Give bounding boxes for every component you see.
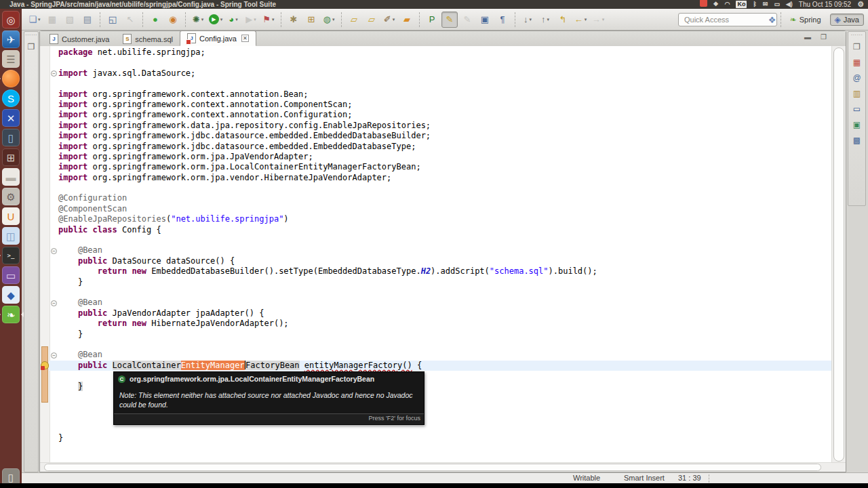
dropdown-arrow-icon[interactable]: ▾ xyxy=(220,17,223,22)
run-button[interactable]: ▶▾ xyxy=(208,12,224,28)
remote-app-icon[interactable]: ✕ xyxy=(2,109,20,127)
forward-button[interactable]: →▾ xyxy=(590,12,606,28)
terminal-purple-icon[interactable]: ▭ xyxy=(2,266,20,284)
clock[interactable]: Thu Oct 15 09:52 xyxy=(799,1,851,8)
tray-applet-icon[interactable]: ❖ xyxy=(713,0,719,9)
system-settings-icon[interactable]: ⚙ xyxy=(2,188,20,205)
perspective-spring[interactable]: ❧ Spring xyxy=(785,14,826,26)
volume-icon[interactable]: ◀) xyxy=(786,0,793,9)
dropdown-arrow-icon[interactable]: ▾ xyxy=(235,17,238,22)
mark-occurrences-button[interactable]: P xyxy=(424,12,440,28)
dropdown-arrow-icon[interactable]: ▾ xyxy=(201,17,204,22)
terminal-icon[interactable]: >_ xyxy=(2,247,20,264)
debug-button[interactable]: ✺▾ xyxy=(190,12,206,28)
new-package-button[interactable]: ⊞ xyxy=(303,12,319,28)
coverage-button[interactable]: ◕▾ xyxy=(225,12,241,28)
perspective-java[interactable]: ◈ Java xyxy=(830,14,864,26)
spring-tool-suite-icon[interactable]: ❧ xyxy=(2,306,20,323)
format-button[interactable]: ✎ xyxy=(459,12,475,28)
open-task-button[interactable]: ◱ xyxy=(104,12,121,28)
vertical-scrollbar-thumb[interactable] xyxy=(833,47,844,462)
declaration-view-icon[interactable]: ▥ xyxy=(851,87,863,100)
bluetooth-icon[interactable]: ᛒ xyxy=(753,0,756,9)
save-button[interactable]: ▦ xyxy=(44,12,60,28)
thunderbird-icon[interactable]: ✈ xyxy=(2,30,20,48)
print-button[interactable]: ▤ xyxy=(79,12,96,28)
open-type-icon: ▱ xyxy=(351,15,357,24)
tray-notification-indicator[interactable] xyxy=(700,0,707,9)
dropdown-arrow-icon[interactable]: ▾ xyxy=(272,17,275,22)
previous-annotation-button[interactable]: ↑▾ xyxy=(537,12,553,28)
keyboard-layout-indicator[interactable]: Ko xyxy=(736,1,747,8)
fold-collapse-icon[interactable]: − xyxy=(51,70,57,77)
dropdown-arrow-icon[interactable]: ▾ xyxy=(529,17,532,22)
javadoc-view-icon[interactable]: @ xyxy=(851,72,863,84)
restore-view-icon[interactable]: ❐ xyxy=(25,41,37,53)
close-tab-icon[interactable]: ✕ xyxy=(241,35,249,42)
back-button[interactable]: ←▾ xyxy=(572,12,589,28)
external-tools-button[interactable]: ⚑▾ xyxy=(260,12,277,28)
boot-dashboard-button[interactable]: ● xyxy=(147,12,163,28)
snippets-view-icon[interactable]: ▩ xyxy=(851,134,863,146)
open-perspective-button[interactable]: ❖ xyxy=(764,12,781,28)
tab-schema-sql[interactable]: Sschema.sql xyxy=(116,32,180,46)
session-gear-icon[interactable]: ⚙ xyxy=(857,0,864,9)
insert-mode-status: Smart Insert xyxy=(624,474,665,482)
dash-home-button[interactable]: ◎ xyxy=(2,11,20,28)
dropdown-arrow-icon[interactable]: ▾ xyxy=(547,17,549,22)
u-app-icon[interactable]: U xyxy=(2,207,20,225)
save-all-button[interactable]: ▧ xyxy=(62,12,78,28)
tab-customer-java[interactable]: JCustomer.java xyxy=(43,32,116,46)
workspace-switcher-icon[interactable]: ⊞ xyxy=(2,148,20,166)
phone-app-icon[interactable]: ▯ xyxy=(2,129,20,146)
dropdown-arrow-icon[interactable]: ▾ xyxy=(393,17,395,22)
battery-icon[interactable]: ▭ xyxy=(774,0,780,9)
file-manager-icon[interactable]: ☰ xyxy=(2,50,20,68)
cube-app-icon[interactable]: ◫ xyxy=(2,227,20,245)
open-type-button[interactable]: ▱ xyxy=(346,12,362,28)
last-edit-location-button[interactable]: ↰ xyxy=(555,12,571,28)
fold-collapse-icon[interactable]: − xyxy=(51,248,57,254)
network-wifi-icon[interactable]: ◠ xyxy=(725,0,730,9)
new-class-button[interactable]: ◍▾ xyxy=(321,12,337,28)
vertical-scrollbar[interactable] xyxy=(831,46,846,463)
dropdown-arrow-icon[interactable]: ▾ xyxy=(332,17,335,22)
next-annotation-button[interactable]: ↓▾ xyxy=(519,12,536,28)
highlight-button[interactable]: ✎ xyxy=(441,12,458,28)
minimize-icon[interactable]: ▬ xyxy=(804,33,811,41)
virtualbox-icon[interactable]: ◆ xyxy=(2,286,20,304)
dropdown-arrow-icon[interactable]: ▾ xyxy=(38,17,41,22)
fold-collapse-icon[interactable]: − xyxy=(51,352,57,359)
firefox-icon[interactable] xyxy=(2,70,20,87)
dropdown-arrow-icon[interactable]: ▾ xyxy=(602,17,605,22)
fold-collapse-icon[interactable]: − xyxy=(51,300,57,306)
disk-utility-icon[interactable]: ▬ xyxy=(2,168,20,186)
tab-config-java[interactable]: JConfig.java✕ xyxy=(180,30,256,46)
profile-button[interactable]: ▶▾ xyxy=(243,12,259,28)
mail-icon[interactable]: ✉ xyxy=(763,0,768,9)
show-whitespace-button[interactable]: ▣ xyxy=(477,12,493,28)
problems-view-icon[interactable]: ▦ xyxy=(851,56,863,68)
open-folder-button[interactable]: ▰ xyxy=(399,12,415,28)
restore-view-icon[interactable]: ❐ xyxy=(851,41,863,53)
error-quickfix-icon[interactable] xyxy=(41,361,49,369)
pointer-tool-button[interactable]: ↖ xyxy=(122,12,138,28)
new-wizard-button[interactable]: ❏▾ xyxy=(26,12,43,28)
dropdown-arrow-icon[interactable]: ▾ xyxy=(254,17,256,22)
new-java-element-button[interactable]: ✱ xyxy=(285,12,302,28)
maximize-icon[interactable]: ❐ xyxy=(821,33,827,41)
horizontal-scrollbar[interactable] xyxy=(40,462,846,472)
dropdown-arrow-icon[interactable]: ▾ xyxy=(585,17,587,22)
horizontal-scrollbar-thumb[interactable] xyxy=(44,464,821,471)
quick-access-input[interactable] xyxy=(678,13,777,26)
servers-view-icon[interactable]: ▣ xyxy=(851,119,863,131)
skype-icon[interactable]: S xyxy=(2,89,20,107)
search-button[interactable]: ✐▾ xyxy=(381,12,397,28)
strip-grip[interactable]: ⋯⋯ xyxy=(851,33,863,37)
open-browser-button[interactable]: ◉ xyxy=(165,12,181,28)
annotation-gutter[interactable] xyxy=(40,46,50,463)
show-print-margin-button[interactable]: ¶ xyxy=(494,12,511,28)
open-resource-button[interactable]: ▱ xyxy=(363,12,380,28)
console-view-icon[interactable]: ▭ xyxy=(851,103,863,115)
strip-grip[interactable]: ⋯⋯ xyxy=(25,33,37,37)
